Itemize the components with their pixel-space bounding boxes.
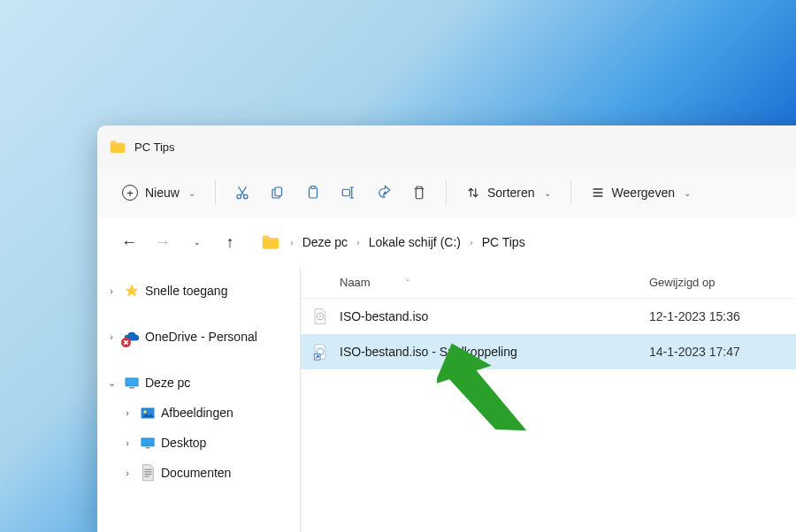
separator (570, 180, 571, 205)
trash-icon (411, 185, 427, 201)
crumb-thispc[interactable]: Deze pc (299, 232, 351, 253)
chevron-down-icon: ⌄ (104, 377, 119, 389)
crumb-drive[interactable]: Lokale schijf (C:) (365, 232, 464, 253)
caret-icon: › (353, 237, 364, 247)
share-button[interactable] (366, 177, 402, 209)
svg-point-11 (143, 410, 146, 413)
svg-rect-9 (129, 387, 134, 389)
view-label: Weergeven (612, 186, 675, 200)
file-row[interactable]: ISO-bestand.iso12-1-2023 15:36 (301, 299, 796, 334)
file-date: 14-1-2023 17:47 (646, 345, 796, 359)
sidebar-item-label: Desktop (161, 436, 206, 450)
documents-icon (140, 465, 156, 481)
delete-button[interactable] (402, 177, 437, 209)
body: › Snelle toegang › OneDrive - Personal ⌄ (97, 267, 796, 532)
file-list: Naam ˄ Gewijzigd op ISO-bestand.iso12-1-… (301, 267, 796, 532)
plus-icon: + (122, 185, 138, 201)
desktop-icon (140, 435, 156, 451)
sidebar-this-pc[interactable]: ⌄ Deze pc (97, 368, 300, 398)
shortcut-file-icon (301, 343, 340, 361)
column-headers[interactable]: Naam ˄ Gewijzigd op (301, 267, 796, 299)
separator (215, 180, 216, 205)
chevron-right-icon: › (120, 467, 134, 478)
sidebar-item-label: OneDrive - Personal (145, 330, 257, 344)
svg-rect-5 (342, 189, 349, 196)
star-icon (124, 283, 140, 299)
nav-forward[interactable]: → (147, 226, 179, 258)
cut-button[interactable] (225, 177, 260, 209)
nav-recent[interactable]: ⌄ (180, 226, 212, 258)
sidebar: › Snelle toegang › OneDrive - Personal ⌄ (97, 267, 301, 532)
svg-rect-13 (142, 438, 154, 445)
copy-icon (270, 185, 286, 201)
breadcrumb[interactable]: › Deze pc › Lokale schijf (C:) › PC Tips (262, 232, 529, 253)
chevron-down-icon: ⌄ (188, 188, 195, 198)
rename-button[interactable] (331, 177, 366, 209)
svg-point-0 (237, 194, 241, 199)
nav-up[interactable]: ↑ (214, 226, 246, 258)
sort-indicator-icon: ˄ (406, 278, 410, 287)
paste-button[interactable] (295, 177, 331, 209)
sidebar-item-label: Deze pc (145, 376, 190, 390)
pictures-icon (140, 405, 156, 421)
dropdown-icon[interactable]: › (287, 237, 297, 247)
new-label: Nieuw (145, 186, 180, 200)
folder-icon (110, 140, 126, 154)
view-icon (591, 186, 605, 200)
file-name: ISO-bestand.iso (340, 309, 646, 323)
sidebar-item-pictures[interactable]: › Afbeeldingen (97, 398, 300, 428)
sidebar-item-documents[interactable]: › Documenten (97, 458, 300, 488)
sort-label: Sorteren (487, 186, 535, 200)
file-name: ISO-bestand.iso - Snelkoppeling (340, 345, 646, 359)
col-modified-header[interactable]: Gewijzigd op (646, 276, 796, 289)
caret-icon: › (466, 237, 477, 247)
sidebar-quick-access[interactable]: › Snelle toegang (97, 276, 300, 306)
chevron-down-icon: ⌄ (684, 188, 691, 198)
copy-button[interactable] (260, 177, 295, 209)
sort-button[interactable]: Sorteren ⌄ (455, 177, 562, 209)
chevron-down-icon: ⌄ (544, 188, 551, 198)
rename-icon (341, 185, 356, 201)
svg-rect-14 (146, 447, 150, 449)
titlebar[interactable]: PC Tips (97, 125, 796, 168)
chevron-right-icon: › (104, 285, 119, 296)
svg-point-1 (243, 194, 248, 199)
sidebar-item-desktop[interactable]: › Desktop (97, 428, 300, 458)
chevron-right-icon: › (120, 407, 134, 418)
sidebar-item-label: Documenten (161, 466, 231, 480)
monitor-icon (124, 375, 140, 391)
chevron-right-icon: › (120, 437, 134, 448)
file-icon (301, 308, 340, 325)
cloud-icon (124, 329, 140, 345)
window-title: PC Tips (134, 141, 175, 154)
sort-icon (466, 186, 480, 200)
nav-back[interactable]: ← (113, 226, 145, 258)
separator (446, 180, 447, 205)
svg-point-16 (319, 315, 322, 318)
svg-rect-8 (126, 378, 138, 385)
paste-icon (305, 185, 321, 201)
toolbar: + Nieuw ⌄ Sorteren ⌄ (97, 168, 796, 217)
file-date: 12-1-2023 15:36 (646, 309, 796, 323)
chevron-right-icon: › (104, 331, 119, 342)
explorer-window: PC Tips + Nieuw ⌄ Sorteren (97, 125, 796, 532)
view-button[interactable]: Weergeven ⌄ (580, 177, 701, 209)
nav-row: ← → ⌄ ↑ › Deze pc › Lokale schijf (C:) ›… (97, 217, 796, 267)
svg-rect-2 (275, 187, 282, 196)
crumb-folder[interactable]: PC Tips (478, 232, 529, 253)
share-icon (376, 185, 392, 201)
file-rows: ISO-bestand.iso12-1-2023 15:36ISO-bestan… (301, 299, 796, 369)
col-name-header[interactable]: Naam (340, 276, 371, 289)
sidebar-item-label: Afbeeldingen (161, 406, 233, 420)
svg-rect-4 (311, 186, 316, 189)
cut-icon (234, 185, 250, 201)
folder-icon (262, 234, 279, 250)
file-row[interactable]: ISO-bestand.iso - Snelkoppeling14-1-2023… (301, 334, 796, 369)
sidebar-item-label: Snelle toegang (145, 284, 227, 298)
sidebar-onedrive[interactable]: › OneDrive - Personal (97, 322, 300, 352)
new-button[interactable]: + Nieuw ⌄ (111, 177, 206, 209)
